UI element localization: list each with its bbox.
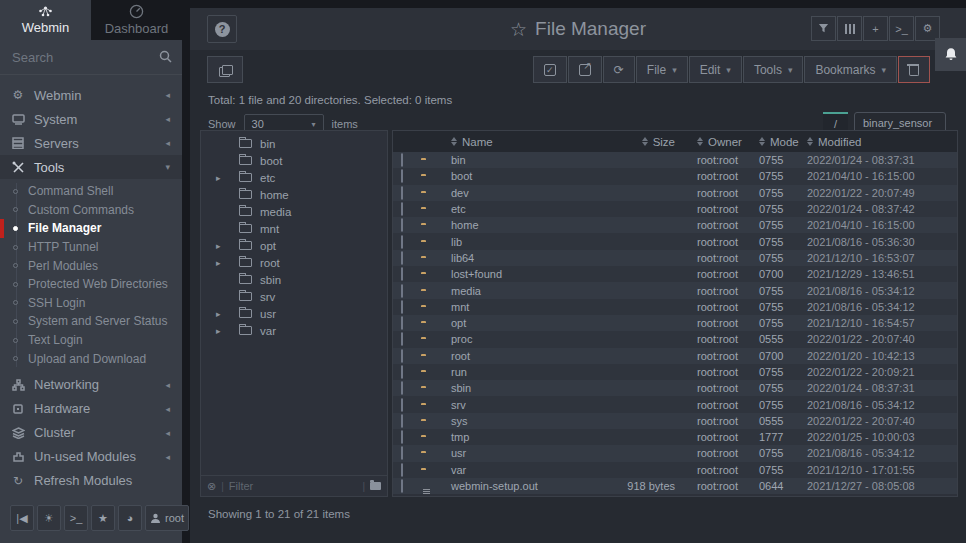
tree-caret-icon[interactable]: ▸: [216, 241, 221, 251]
table-row[interactable]: lost+found root:root 0700 2021/12/29 - 1…: [393, 266, 957, 282]
goto-folder-icon[interactable]: [370, 482, 381, 490]
sidebar-item-refresh-modules[interactable]: ↻ Refresh Modules: [0, 469, 182, 493]
table-row[interactable]: dev root:root 0755 2022/01/22 - 20:07:49: [393, 185, 957, 201]
tree-caret-icon[interactable]: ▸: [216, 258, 221, 268]
tree-caret-icon[interactable]: ▸: [216, 326, 221, 336]
row-checkbox[interactable]: [401, 332, 403, 346]
tree-item[interactable]: ▸ media: [201, 203, 387, 220]
tab-webmin[interactable]: Webmin: [0, 0, 91, 40]
file-name[interactable]: usr: [451, 447, 589, 459]
submenu-item[interactable]: Text Login: [0, 331, 182, 350]
row-checkbox[interactable]: [401, 169, 403, 183]
row-checkbox[interactable]: [401, 479, 403, 493]
column-header-mode[interactable]: Mode: [759, 136, 807, 148]
row-checkbox[interactable]: [401, 153, 403, 167]
row-checkbox[interactable]: [401, 267, 403, 281]
file-name[interactable]: dev: [451, 187, 589, 199]
sidebar-item-hardware[interactable]: Hardware ◂: [0, 397, 182, 421]
row-checkbox[interactable]: [401, 365, 403, 379]
row-checkbox[interactable]: [401, 349, 403, 363]
tree-item[interactable]: ▸ srv: [201, 288, 387, 305]
table-row[interactable]: proc root:root 0555 2022/01/22 - 20:07:4…: [393, 331, 957, 347]
row-checkbox[interactable]: [401, 414, 403, 428]
sidebar-item-cluster[interactable]: Cluster ◂: [0, 421, 182, 445]
theme-brightness-button[interactable]: ☀: [37, 505, 61, 531]
file-menu-button[interactable]: File ▾: [636, 56, 688, 83]
file-name[interactable]: var: [451, 464, 589, 476]
tree-item[interactable]: ▸ etc: [201, 169, 387, 186]
row-checkbox[interactable]: [401, 463, 403, 477]
tree-item[interactable]: ▸ opt: [201, 237, 387, 254]
column-header-owner[interactable]: Owner: [679, 136, 759, 148]
row-checkbox[interactable]: [401, 284, 403, 298]
column-header-name[interactable]: Name: [451, 136, 589, 148]
tree-item[interactable]: ▸ sbin: [201, 271, 387, 288]
table-row[interactable]: mnt root:root 0755 2021/08/16 - 05:34:12: [393, 299, 957, 315]
table-row[interactable]: boot root:root 0755 2021/04/10 - 16:15:0…: [393, 168, 957, 184]
tree-item[interactable]: ▸ bin: [201, 135, 387, 152]
file-name[interactable]: lib64: [451, 252, 589, 264]
add-button[interactable]: +: [863, 16, 888, 41]
row-checkbox[interactable]: [401, 218, 403, 232]
file-name[interactable]: root: [451, 350, 589, 362]
sidebar-item-unused-modules[interactable]: Un-used Modules ◂: [0, 445, 182, 469]
submenu-item[interactable]: System and Server Status: [0, 312, 182, 331]
edit-menu-button[interactable]: Edit ▾: [689, 56, 742, 83]
file-name[interactable]: home: [451, 219, 589, 231]
tools-menu-button[interactable]: Tools ▾: [743, 56, 804, 83]
column-header-modified[interactable]: Modified: [807, 136, 957, 148]
row-checkbox[interactable]: [401, 300, 403, 314]
table-row[interactable]: root root:root 0700 2022/01/20 - 10:42:1…: [393, 348, 957, 364]
file-name[interactable]: webmin-setup.out: [451, 480, 589, 492]
row-checkbox[interactable]: [401, 235, 403, 249]
tree-item[interactable]: ▸ mnt: [201, 220, 387, 237]
submenu-item[interactable]: SSH Login: [0, 294, 182, 313]
row-checkbox[interactable]: [401, 202, 403, 216]
row-checkbox[interactable]: [401, 446, 403, 460]
row-checkbox[interactable]: [401, 316, 403, 330]
row-checkbox[interactable]: [401, 186, 403, 200]
clear-filter-icon[interactable]: ⊗: [207, 480, 216, 493]
open-in-new-button[interactable]: ↗: [568, 56, 602, 83]
column-header-size[interactable]: Size: [589, 136, 679, 148]
tree-item[interactable]: ▸ root: [201, 254, 387, 271]
terminal-button[interactable]: >_: [64, 505, 88, 531]
file-name[interactable]: sys: [451, 415, 589, 427]
tree-item[interactable]: ▸ home: [201, 186, 387, 203]
tree-item[interactable]: ▸ var: [201, 322, 387, 339]
tree-caret-icon[interactable]: ▸: [216, 309, 221, 319]
row-checkbox[interactable]: [401, 251, 403, 265]
help-button[interactable]: ?: [207, 15, 237, 43]
submenu-item[interactable]: Protected Web Directories: [0, 275, 182, 294]
shell-button[interactable]: >_: [889, 16, 914, 41]
table-row[interactable]: media root:root 0755 2021/08/16 - 05:34:…: [393, 282, 957, 298]
select-all-button[interactable]: ✓: [533, 56, 567, 83]
table-row[interactable]: opt root:root 0755 2021/12/10 - 16:54:57: [393, 315, 957, 331]
file-name[interactable]: boot: [451, 170, 589, 182]
sidebar-item-system[interactable]: System ◂: [0, 107, 182, 131]
submenu-item[interactable]: Upload and Download: [0, 349, 182, 368]
table-row[interactable]: sbin root:root 0755 2022/01/24 - 08:37:3…: [393, 380, 957, 396]
favorites-button[interactable]: ★: [91, 505, 115, 531]
row-checkbox[interactable]: [401, 430, 403, 444]
submenu-item[interactable]: HTTP Tunnel: [0, 238, 182, 257]
tree-filter-input[interactable]: [229, 480, 358, 492]
table-row[interactable]: var root:root 0755 2021/12/10 - 17:01:55: [393, 462, 957, 478]
file-name[interactable]: tmp: [451, 431, 589, 443]
search-icon[interactable]: [159, 50, 172, 63]
file-name[interactable]: lost+found: [451, 268, 589, 280]
file-name[interactable]: srv: [451, 399, 589, 411]
favorite-star-icon[interactable]: ☆: [510, 18, 527, 41]
trash-button[interactable]: [898, 56, 930, 83]
submenu-item[interactable]: Command Shell: [0, 182, 182, 201]
sidebar-item-tools[interactable]: Tools ▾: [0, 155, 182, 179]
file-name[interactable]: media: [451, 285, 589, 297]
file-name[interactable]: lib: [451, 236, 589, 248]
row-checkbox[interactable]: [401, 381, 403, 395]
sidebar-item-webmin[interactable]: ⚙ Webmin ◂: [0, 83, 182, 107]
table-row[interactable]: lib64 root:root 0755 2021/12/10 - 16:53:…: [393, 250, 957, 266]
table-row[interactable]: tmp root:root 1777 2022/01/25 - 10:00:03: [393, 429, 957, 445]
table-row[interactable]: usr root:root 0755 2021/08/16 - 05:34:12: [393, 445, 957, 461]
table-row[interactable]: webmin-setup.out 918 bytes root:root 064…: [393, 478, 957, 494]
tree-item[interactable]: ▸ usr: [201, 305, 387, 322]
